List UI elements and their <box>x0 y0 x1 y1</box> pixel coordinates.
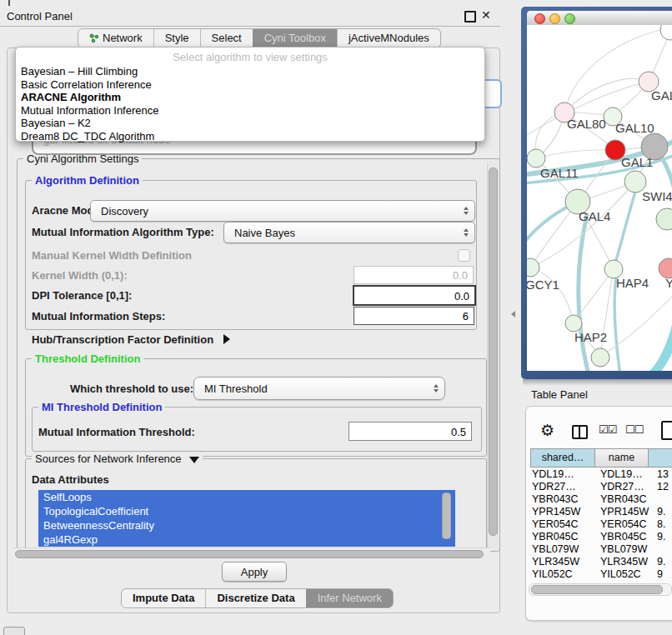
minimize-traffic-light[interactable] <box>549 13 560 24</box>
table-row[interactable]: YBR045CYBR045C9. <box>525 531 672 543</box>
network-edge[interactable] <box>536 150 615 158</box>
attribute-list-item[interactable]: SelfLoops <box>38 490 455 504</box>
network-window-titlebar[interactable] <box>527 11 672 26</box>
tab-jactivemnodules[interactable]: jActiveMNodules <box>337 29 440 48</box>
tab-discretize-data[interactable]: Discretize Data <box>205 589 305 608</box>
attributes-list-scrollbar[interactable] <box>442 492 451 539</box>
file-icon[interactable] <box>661 421 672 440</box>
table-rows: YDL19…YDL19…13YDR27…YDR27…12YBR043CYBR04… <box>525 468 672 579</box>
top-edge-tick <box>8 0 10 6</box>
select-all-icon[interactable]: ☑☑ <box>599 423 616 436</box>
table-hscrollbar[interactable] <box>529 583 672 596</box>
attribute-list-item[interactable]: BetweennessCentrality <box>38 518 455 532</box>
column-header-shared-name[interactable]: shared… <box>530 448 595 468</box>
sources-group-title[interactable]: Sources for Network Inference <box>32 452 203 465</box>
table-cell: YBR045C <box>600 531 654 543</box>
network-edge[interactable] <box>614 277 620 371</box>
corner-button[interactable] <box>3 627 25 635</box>
attribute-list-item[interactable]: TopologicalCoefficient <box>38 504 455 518</box>
combo-arrows-icon <box>464 207 469 215</box>
table-cell: 9 <box>654 568 663 579</box>
table-row[interactable]: YIL052CYIL052C9 <box>525 568 672 579</box>
network-edge[interactable] <box>614 192 635 269</box>
table-cell <box>654 543 657 556</box>
settings-hscrollbar[interactable] <box>13 548 490 559</box>
table-cell: YBL079W <box>525 543 600 556</box>
algorithm-option[interactable]: Dream8 DC_TDC Algorithm <box>18 130 483 143</box>
tab-infer-network[interactable]: Infer Network <box>306 589 393 608</box>
network-edge[interactable] <box>579 215 589 371</box>
network-node-label: HAP4 <box>616 276 649 290</box>
network-edge[interactable] <box>600 293 672 356</box>
table-cell: YDL19… <box>525 468 600 481</box>
algorithm-option[interactable]: ARACNE Algorithm <box>18 91 483 104</box>
mi-threshold-field[interactable]: 0.5 <box>349 422 472 441</box>
tab-style[interactable]: Style <box>153 29 200 48</box>
algorithm-option[interactable]: Bayesian – K2 <box>18 117 483 130</box>
mi-type-combo[interactable]: Naive Bayes <box>223 222 475 243</box>
aracne-mode-combo[interactable]: Discovery <box>90 200 475 222</box>
network-canvas[interactable]: GALGAL80GAL10GAL1GAL11SWI4GAL4GCY1HAP4YH… <box>527 25 672 371</box>
table-cell <box>654 493 657 506</box>
algorithm-option[interactable]: Bayesian – Hill Climbing <box>18 65 483 78</box>
control-panel-titlebar: Control Panel ✕ <box>0 7 500 27</box>
network-node[interactable] <box>591 348 609 367</box>
table-panel-title: Table Panel <box>531 388 588 401</box>
gear-icon[interactable]: ⚙ <box>540 421 554 439</box>
tab-impute-data[interactable]: Impute Data <box>122 589 205 608</box>
disclosure-right-icon <box>223 334 230 344</box>
zoom-traffic-light[interactable] <box>564 13 575 24</box>
network-edge[interactable] <box>652 308 672 371</box>
bottom-tabbar: Impute Data Discretize Data Infer Networ… <box>121 588 394 608</box>
attribute-list-item[interactable]: gal4RGexp <box>38 532 455 547</box>
data-attributes-label: Data Attributes <box>32 473 109 486</box>
network-node[interactable] <box>527 258 539 277</box>
tab-select[interactable]: Select <box>200 29 253 48</box>
deselect-all-icon[interactable]: ☐☐ <box>625 423 643 436</box>
column-header-cut[interactable] <box>648 448 672 468</box>
apply-button[interactable]: Apply <box>222 562 287 582</box>
table-row[interactable]: YLR345WYLR345W9. <box>525 556 672 568</box>
data-attributes-list[interactable]: SelfLoopsTopologicalCoefficientBetweenne… <box>38 490 455 547</box>
algorithm-option[interactable]: Basic Correlation Inference <box>18 78 483 92</box>
kernel-width-label: Kernel Width (0,1): <box>32 269 128 282</box>
dpi-tolerance-field[interactable]: 0.0 <box>353 285 476 306</box>
network-node[interactable] <box>660 25 672 40</box>
combo-arrows-icon <box>434 384 439 392</box>
tab-cyni-toolbox[interactable]: Cyni Toolbox <box>253 29 337 48</box>
manual-kernel-checkbox[interactable] <box>458 249 470 262</box>
hub-definition-disclosure[interactable]: Hub/Transcription Factor Definition <box>32 333 230 346</box>
table-cell: YDL19… <box>600 468 654 481</box>
which-threshold-combo[interactable]: MI Threshold <box>193 377 445 400</box>
table-row[interactable]: YBL079WYBL079W <box>525 543 672 556</box>
algorithm-option[interactable]: Mutual Information Inference <box>18 104 483 118</box>
table-row[interactable]: YBR043CYBR043C <box>525 493 672 506</box>
network-node[interactable] <box>656 208 672 230</box>
mi-steps-field[interactable]: 6 <box>354 307 474 325</box>
network-node-label: SWI4 <box>642 189 672 203</box>
table-row[interactable]: YDL19…YDL19…13 <box>525 468 672 481</box>
network-icon <box>89 33 99 43</box>
table-cell: YBR043C <box>600 493 654 506</box>
splitter-grip-icon[interactable] <box>511 311 515 318</box>
network-node-label: GAL4 <box>579 209 610 223</box>
table-row[interactable]: YDR27…YDR27…12 <box>525 481 672 493</box>
column-header-name[interactable]: name <box>594 448 649 468</box>
table-cell: YDR27… <box>525 481 600 493</box>
table-cell: YBL079W <box>600 543 654 556</box>
network-node[interactable] <box>565 315 582 332</box>
tab-network[interactable]: Network <box>78 29 153 48</box>
table-row[interactable]: YPR145WYPR145W9. <box>525 506 672 518</box>
network-edge[interactable] <box>530 268 574 323</box>
settings-scrollbar[interactable] <box>487 163 499 548</box>
close-traffic-light[interactable] <box>534 13 545 24</box>
algorithm-placeholder: Select algorithm to view settings <box>16 51 484 63</box>
table-row[interactable]: YER054CYER054C8. <box>525 518 672 531</box>
column-view-icon[interactable] <box>572 425 588 439</box>
table-cell: 8. <box>654 518 665 531</box>
kernel-width-field[interactable]: 0.0 <box>354 266 474 284</box>
close-icon[interactable]: ✕ <box>481 8 491 22</box>
network-node[interactable] <box>527 149 545 168</box>
float-window-icon[interactable] <box>464 11 476 22</box>
dpi-tolerance-label: DPI Tolerance [0,1]: <box>32 289 132 302</box>
